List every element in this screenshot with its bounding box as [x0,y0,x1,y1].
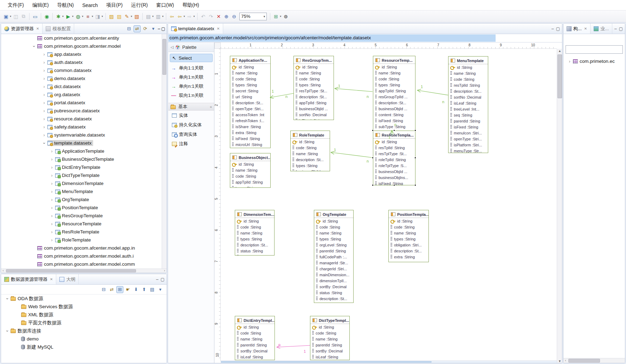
connection-resrole-to-role[interactable]: 1n [331,148,373,163]
tree-item-PositionTemplate[interactable]: ›PositionTemplate [1,204,162,212]
entity-field[interactable]: sortNo :Decimal [294,112,334,118]
entity-field[interactable]: code :String [448,76,488,82]
import-profiles-icon[interactable]: ⬇ [133,286,140,293]
tree-item-org-datasetx[interactable]: ›org.datasetx [1,91,162,99]
back-icon[interactable]: ⇦ [176,13,183,20]
selection-handle[interactable] [414,157,416,159]
dropdown-arrow-icon[interactable]: ▾ [193,15,195,18]
entity-field[interactable]: openType :Stri... [448,136,488,142]
entity-field[interactable]: description :St... [294,94,334,100]
entity-field[interactable]: description :St... [314,296,353,302]
dropdown-arrow-icon[interactable]: ▾ [183,15,185,18]
entity-field[interactable]: microMark :Str [230,147,270,148]
entity-field[interactable]: id :String [235,324,275,330]
menu-item[interactable]: 运行(R) [127,1,152,10]
tree-item-portal-datasetx[interactable]: ›portal.datasetx [1,99,162,107]
run-last-icon[interactable]: ◨ [94,13,101,20]
entity-field[interactable]: types :String [230,185,270,188]
close-icon[interactable]: ✕ [36,27,39,31]
selection-handle[interactable] [372,157,374,159]
selection-handle[interactable] [393,184,395,186]
entity-field[interactable]: types :String [235,236,274,242]
entity-field[interactable]: resTplType :St... [373,151,415,157]
templates-icon[interactable]: ▥ [155,13,162,20]
entity-field[interactable]: secret :String [230,88,270,94]
menu-item[interactable]: 窗口(W) [152,1,178,10]
scroll-left-icon[interactable]: ‹ [563,359,568,363]
entity-field[interactable]: code :String [235,224,274,230]
entity-field[interactable]: code :String [230,76,270,82]
zoom-combo[interactable]: 75%▾ [239,13,267,20]
menu-item[interactable]: 项目(P) [102,1,127,10]
entity-field[interactable]: seq :String [448,112,488,118]
new-task-icon[interactable]: ▤ [145,13,152,20]
entity-field[interactable]: code :String [235,330,275,336]
dropdown-arrow-icon[interactable]: ▾ [162,15,163,18]
entity-field[interactable]: types :String [230,82,270,88]
save-all-icon[interactable]: ⧉ [20,13,27,20]
entity-DictTypeTempl[interactable]: DictTypeTempl...id :Stringcode :Stringna… [310,316,350,360]
filter-input[interactable] [566,45,623,54]
tree-item-Web-Services-数据源[interactable]: Web Services 数据源 [1,303,167,311]
entity-field[interactable]: id :String [448,64,488,70]
entity-field[interactable]: id :String [235,218,274,224]
entity-field[interactable]: obligation :Stri... [389,242,428,248]
view-menu-icon[interactable]: ▾ [150,25,157,32]
tree-item-systemvariable-datasetx[interactable]: ›systemvariable.datasetx [1,131,162,139]
maximize-icon[interactable]: ▢ [161,277,164,282]
entity-field[interactable]: sortBy :Decimal [314,284,353,290]
minimize-icon[interactable]: – [158,26,160,31]
entity-field[interactable]: code :String [373,76,415,82]
chevron-expanded-icon[interactable]: › [5,295,10,302]
entity-field[interactable]: dimensionTplI... [314,278,353,284]
entity-field[interactable]: code :String [230,173,270,179]
tree-item-dict-datasetx[interactable]: ›dict.datasetx [1,82,162,91]
chevron-collapsed-icon[interactable]: › [49,181,55,186]
entity-field[interactable]: mainDimension... [314,272,353,278]
tree-item-ResGroupTemplate[interactable]: ›ResGroupTemplate [1,212,162,220]
entity-field[interactable]: status :String [314,290,353,296]
entity-OrgTemplate[interactable]: OrgTemplateid :Stringcode :Stringname :S… [314,210,354,303]
entity-field[interactable]: isLeaf :String [448,100,488,106]
entity-field[interactable]: id :String [373,64,415,70]
chevron-collapsed-icon[interactable]: › [49,149,55,154]
entity-field[interactable]: types :String [373,82,415,88]
forward-icon[interactable]: ⇨ [186,13,193,20]
chevron-collapsed-icon[interactable]: › [49,213,55,218]
entity-field[interactable]: name :String [291,151,330,157]
save-profiles-icon[interactable]: ▤ [149,286,156,293]
entity-field[interactable]: parentId :String [448,118,488,124]
entity-field[interactable]: name :String [314,230,353,236]
tree-item-auth-datasetx[interactable]: ›auth.datasetx [1,58,162,66]
search-icon[interactable]: ⊚ [282,13,289,20]
chevron-collapsed-icon[interactable]: › [49,205,55,210]
redo-icon[interactable]: ↷ [207,13,214,20]
chevron-collapsed-icon[interactable]: › [41,133,47,138]
entity-field[interactable]: isShare :String [230,124,270,130]
entity-field[interactable]: chargerId :Stri... [314,266,353,272]
dropdown-arrow-icon[interactable]: ▾ [92,15,93,18]
selection-handle[interactable] [372,130,374,131]
entity-field[interactable]: name :String [230,70,270,76]
palette-tool-单向1:1关联[interactable]: →单向1:1关联 [168,64,214,73]
entity-field[interactable]: refreshToken :I... [230,118,270,124]
entity-field[interactable]: resGroupTplId ... [373,94,415,100]
right-tab-构-[interactable]: 构...✕ [563,24,590,34]
entity-ResourceTemp[interactable]: ResourceTemp...id :Stringname :Stringcod… [373,56,415,131]
tree-item-com-primeton-gocom-afcenter-model-app-in[interactable]: com.primeton.gocom.afcenter.model.app.in [1,244,162,252]
entity-field[interactable]: id :String [310,324,349,330]
zoom-in-icon[interactable]: ⊕ [223,13,230,20]
chevron-collapsed-icon[interactable]: › [566,59,573,64]
entity-field[interactable]: description :St... [291,157,330,163]
tree-item-resource-datasetx[interactable]: ›resource.datasetx [1,115,162,123]
entity-field[interactable]: description :St... [448,88,488,94]
entity-field[interactable]: microUrl :String [230,141,270,147]
entity-field[interactable]: sortBy :Decimal [310,348,349,354]
selection-handle[interactable] [393,130,395,131]
entity-field[interactable]: code :String [310,330,349,336]
run-coverage-icon[interactable]: ◍ [75,13,82,20]
chevron-collapsed-icon[interactable]: › [41,60,47,65]
chevron-collapsed-icon[interactable]: › [49,197,55,202]
diagram-layout-icon[interactable]: ⊞ [272,13,279,20]
tree-item-pubresource-datasetx[interactable]: ›pubresource.datasetx [1,107,162,115]
